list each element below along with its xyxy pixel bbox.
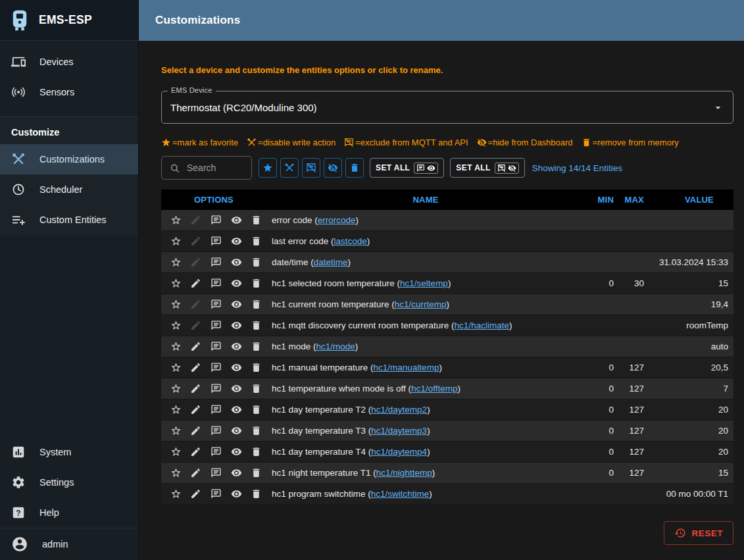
disable-write-toggle[interactable] [186, 420, 207, 441]
visibility-toggle[interactable] [226, 484, 247, 504]
favorite-toggle[interactable] [166, 336, 186, 357]
visibility-toggle[interactable] [226, 210, 247, 230]
exclude-mqtt-toggle[interactable] [206, 420, 226, 441]
sidebar-item-scheduler[interactable]: Scheduler [0, 174, 138, 205]
exclude-mqtt-toggle[interactable] [206, 294, 226, 315]
entity-name[interactable]: hc1 day temperature T4 (hc1/daytemp4) [266, 447, 585, 457]
exclude-mqtt-toggle[interactable] [206, 484, 226, 504]
remove-toggle[interactable] [246, 231, 266, 251]
entity-link[interactable]: hc1/offtemp [411, 384, 457, 394]
favorite-toggle[interactable] [166, 378, 186, 399]
entity-name[interactable]: hc1 manual temperature (hc1/manualtemp) [266, 363, 585, 372]
entity-link[interactable]: hc1/manualtemp [374, 363, 439, 372]
favorite-toggle[interactable] [166, 252, 186, 272]
exclude-mqtt-toggle[interactable] [206, 273, 226, 293]
remove-toggle[interactable] [246, 294, 266, 315]
exclude-mqtt-toggle[interactable] [206, 252, 226, 272]
entity-name[interactable]: hc1 temperature when mode is off (hc1/of… [266, 384, 585, 394]
ems-device-select[interactable]: EMS Device Thermostat (RC20/Moduline 300… [161, 91, 733, 124]
disable-write-toggle[interactable] [186, 484, 207, 504]
sidebar-item-settings[interactable]: Settings [0, 467, 138, 497]
entity-name[interactable]: hc1 mqtt discovery current room temperat… [266, 320, 585, 330]
sidebar-item-help[interactable]: ?Help [0, 497, 138, 528]
entity-name[interactable]: error code (errorcode) [266, 215, 585, 225]
sidebar-item-system[interactable]: System [0, 437, 138, 467]
disable-write-toggle[interactable] [186, 399, 207, 420]
entity-link[interactable]: errorcode [318, 215, 356, 225]
disable-write-toggle[interactable] [186, 252, 207, 272]
entity-name[interactable]: hc1 mode (hc1/mode) [266, 342, 585, 351]
search-box[interactable] [161, 156, 252, 180]
favorite-toggle[interactable] [166, 294, 186, 315]
disable-write-filter-button[interactable] [280, 158, 299, 178]
exclude-mqtt-toggle[interactable] [206, 210, 226, 230]
disable-write-toggle[interactable] [186, 273, 207, 293]
sidebar-item-admin[interactable]: admin [0, 528, 138, 560]
entity-link[interactable]: hc1/haclimate [455, 320, 509, 330]
remove-toggle[interactable] [246, 210, 266, 230]
remove-toggle[interactable] [246, 420, 266, 441]
disable-write-toggle[interactable] [186, 231, 207, 251]
entity-link[interactable]: hc1/switchtime [371, 489, 430, 499]
favorite-toggle[interactable] [166, 231, 186, 251]
favorite-toggle[interactable] [166, 463, 186, 483]
disable-write-toggle[interactable] [186, 357, 207, 378]
visibility-toggle[interactable] [226, 231, 247, 251]
entity-name[interactable]: hc1 day temperature T2 (hc1/daytemp2) [266, 405, 585, 415]
reset-button[interactable]: RESET [664, 521, 733, 545]
disable-write-toggle[interactable] [186, 442, 207, 462]
entity-link[interactable]: hc1/seltemp [400, 278, 448, 288]
entity-name[interactable]: date/time (datetime) [266, 257, 585, 267]
disable-write-toggle[interactable] [186, 210, 207, 230]
exclude-mqtt-toggle[interactable] [206, 315, 226, 336]
visibility-toggle[interactable] [226, 420, 247, 441]
favorite-toggle[interactable] [166, 210, 186, 230]
exclude-mqtt-toggle[interactable] [206, 357, 226, 378]
exclude-mqtt-toggle[interactable] [206, 442, 226, 462]
remove-toggle[interactable] [246, 357, 266, 378]
remove-toggle[interactable] [246, 463, 266, 483]
remove-toggle[interactable] [246, 315, 266, 336]
entity-name[interactable]: hc1 current room temperature (hc1/currte… [266, 299, 585, 309]
remove-toggle[interactable] [246, 273, 266, 293]
remove-toggle[interactable] [246, 378, 266, 399]
sidebar-item-customizations[interactable]: Customizations [0, 144, 138, 174]
exclude-mqtt-toggle[interactable] [206, 399, 226, 420]
entity-link[interactable]: hc1/daytemp2 [371, 405, 427, 415]
entity-link[interactable]: datetime [314, 257, 348, 267]
remove-toggle[interactable] [246, 399, 266, 420]
entity-link[interactable]: hc1/currtemp [395, 299, 447, 309]
entity-link[interactable]: hc1/daytemp3 [371, 426, 427, 436]
exclude-mqtt-toggle[interactable] [206, 336, 226, 357]
visibility-toggle[interactable] [226, 378, 247, 399]
entity-name[interactable]: hc1 program switchtime (hc1/switchtime) [266, 489, 585, 499]
disable-write-toggle[interactable] [186, 294, 207, 315]
visibility-toggle[interactable] [226, 463, 247, 483]
favorite-toggle[interactable] [166, 484, 186, 504]
remove-toggle[interactable] [246, 252, 266, 272]
visibility-toggle[interactable] [226, 336, 247, 357]
favorite-toggle[interactable] [166, 420, 186, 441]
disable-write-toggle[interactable] [186, 336, 207, 357]
entity-link[interactable]: lastcode [334, 236, 367, 246]
visibility-toggle[interactable] [226, 399, 247, 420]
visibility-toggle[interactable] [226, 273, 247, 293]
favorite-toggle[interactable] [166, 442, 186, 462]
sidebar-item-devices[interactable]: Devices [0, 47, 138, 77]
exclude-mqtt-toggle[interactable] [206, 378, 226, 399]
entity-name[interactable]: hc1 day temperature T3 (hc1/daytemp3) [266, 426, 585, 436]
visibility-toggle[interactable] [226, 294, 247, 315]
exclude-mqtt-toggle[interactable] [206, 231, 226, 251]
sidebar-item-custom-entities[interactable]: Custom Entities [0, 205, 138, 235]
visibility-toggle[interactable] [226, 442, 247, 462]
visibility-toggle[interactable] [226, 252, 247, 272]
favorite-filter-button[interactable] [259, 158, 277, 178]
entity-name[interactable]: hc1 selected room temperature (hc1/selte… [266, 278, 585, 288]
favorite-toggle[interactable] [166, 399, 186, 420]
favorite-toggle[interactable] [166, 357, 186, 378]
remove-toggle[interactable] [246, 442, 266, 462]
visibility-toggle[interactable] [226, 315, 247, 336]
entity-link[interactable]: hc1/nighttemp [376, 468, 432, 478]
disable-write-toggle[interactable] [186, 463, 207, 483]
exclude-mqtt-toggle[interactable] [206, 463, 226, 483]
